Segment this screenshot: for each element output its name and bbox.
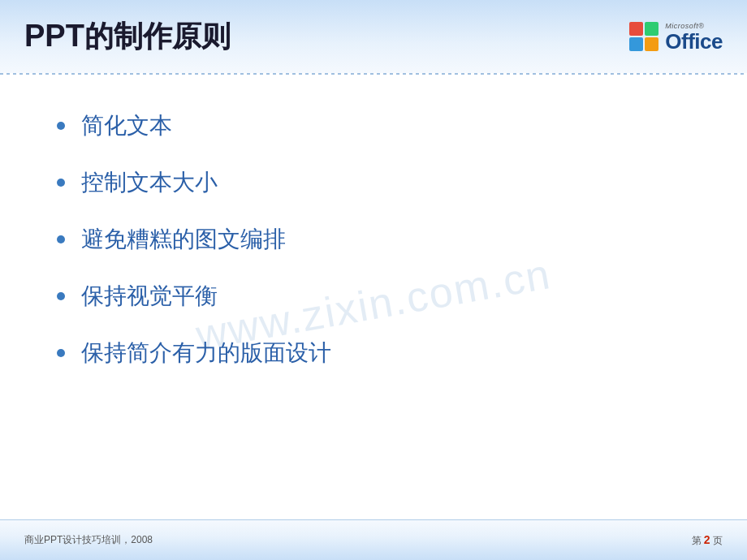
ms-logo-grid — [629, 22, 658, 51]
bullet-item: 简化文本 — [41, 97, 706, 154]
footer-right-text: 第 2 页 — [692, 533, 723, 548]
title-rest: 的制作原则 — [84, 17, 231, 57]
footer-page-suffix: 页 — [713, 535, 723, 546]
footer-bar: 商业PPT设计技巧培训，2008 第 2 页 — [0, 519, 747, 560]
bullet-text: 控制文本大小 — [81, 167, 218, 198]
microsoft-label: Microsoft® — [665, 22, 704, 30]
header-bar: PPT 的制作原则 Microsoft® Office — [0, 0, 747, 73]
bullet-list: 简化文本控制文本大小避免糟糕的图文编排保持视觉平衡保持简介有力的版面设计 — [41, 97, 706, 381]
office-text-wrap: Microsoft® Office — [665, 22, 723, 52]
bullet-item: 保持视觉平衡 — [41, 268, 706, 325]
logo-sq-blue — [629, 37, 643, 51]
bullet-item: 避免糟糕的图文编排 — [41, 211, 706, 268]
office-logo: Microsoft® Office — [629, 22, 723, 52]
bullet-text: 保持简介有力的版面设计 — [81, 338, 331, 368]
slide-title: PPT 的制作原则 — [24, 17, 231, 57]
bullet-text: 简化文本 — [81, 110, 172, 141]
main-content: 简化文本控制文本大小避免糟糕的图文编排保持视觉平衡保持简介有力的版面设计 — [41, 81, 706, 511]
bullet-text: 避免糟糕的图文编排 — [81, 224, 286, 255]
bullet-dot — [57, 235, 65, 243]
footer-page-prefix: 第 — [692, 535, 702, 546]
footer-page-number: 2 — [704, 533, 710, 546]
logo-sq-green — [645, 22, 658, 36]
bullet-item: 保持简介有力的版面设计 — [41, 325, 706, 381]
logo-sq-yellow — [645, 37, 658, 51]
bullet-text: 保持视觉平衡 — [81, 281, 218, 312]
slide-container: PPT 的制作原则 Microsoft® Office www.zixin.co… — [0, 0, 747, 560]
bullet-dot — [57, 122, 65, 130]
bullet-dot — [57, 179, 65, 187]
bullet-dot — [57, 292, 65, 300]
office-label: Office — [665, 31, 723, 52]
bullet-dot — [57, 349, 65, 357]
footer-left-text: 商业PPT设计技巧培训，2008 — [24, 533, 153, 547]
logo-sq-red — [629, 22, 643, 36]
title-ppt: PPT — [24, 19, 84, 54]
bullet-item: 控制文本大小 — [41, 154, 706, 211]
separator-line — [0, 73, 747, 75]
